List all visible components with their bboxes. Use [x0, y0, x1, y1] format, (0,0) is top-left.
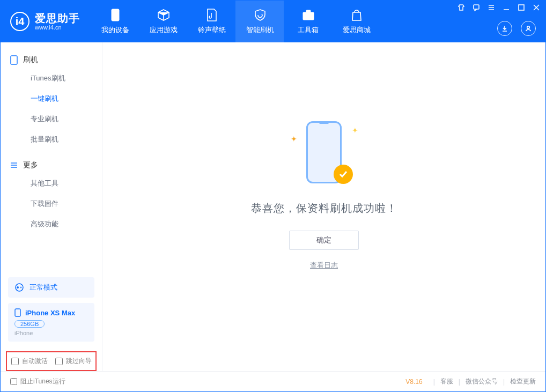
- ok-button[interactable]: 确定: [289, 231, 359, 250]
- svg-point-3: [527, 26, 530, 29]
- svg-rect-2: [306, 10, 311, 12]
- app-logo-icon: i4: [10, 12, 29, 31]
- sidebar-group-flash: 刷机: [1, 52, 102, 68]
- block-itunes-input[interactable]: [10, 378, 17, 385]
- nav-apps-games[interactable]: 应用游戏: [139, 1, 187, 42]
- cube-icon: [157, 8, 171, 22]
- nav-store[interactable]: 爱思商城: [332, 1, 380, 42]
- device-capacity-badge: 256GB: [14, 320, 45, 328]
- main-nav: 我的设备 应用游戏 铃声壁纸 智能刷机 工具箱 爱思商城: [91, 1, 380, 42]
- nav-label: 应用游戏: [150, 25, 178, 35]
- download-button[interactable]: [497, 21, 512, 36]
- sparkle-icon: ✦: [291, 135, 297, 143]
- main-panel: ✦ ✦ 恭喜您，保资料刷机成功啦！ 确定 查看日志: [102, 42, 545, 371]
- sidebar-group-label: 更多: [23, 160, 38, 170]
- sidebar-item-other-tools[interactable]: 其他工具: [1, 173, 102, 194]
- mode-label: 正常模式: [29, 283, 57, 292]
- skip-guide-checkbox[interactable]: 跳过向导: [55, 357, 92, 366]
- sidebar-group-more: 更多: [1, 157, 102, 173]
- nav-ring-wallpaper[interactable]: 铃声壁纸: [187, 1, 235, 42]
- topbar-right-actions: [497, 21, 536, 36]
- check-update-link[interactable]: 检查更新: [510, 377, 536, 386]
- mode-icon: [14, 283, 24, 292]
- svg-point-8: [17, 286, 19, 289]
- nav-smart-flash[interactable]: 智能刷机: [235, 1, 284, 42]
- app-url: www.i4.cn: [35, 24, 80, 31]
- app-name: 爱思助手: [35, 12, 80, 24]
- svg-point-9: [20, 287, 21, 288]
- sidebar-item-onekey-flash[interactable]: 一键刷机: [1, 88, 102, 109]
- device-mode-box[interactable]: 正常模式: [8, 277, 94, 298]
- nav-toolbox[interactable]: 工具箱: [284, 1, 332, 42]
- title-bar: i4 爱思助手 www.i4.cn 我的设备 应用游戏 铃声壁纸 智能刷机 工具…: [1, 1, 545, 42]
- sidebar-item-advanced[interactable]: 高级功能: [1, 214, 102, 234]
- success-message: 恭喜您，保资料刷机成功啦！: [251, 201, 397, 216]
- minimize-icon[interactable]: [501, 3, 511, 12]
- sidebar-group-label: 刷机: [23, 55, 38, 65]
- flash-options-row: 自动激活 跳过向导: [6, 351, 97, 371]
- checkbox-label: 自动激活: [22, 357, 48, 366]
- sidebar-item-itunes-flash[interactable]: iTunes刷机: [1, 68, 102, 88]
- bag-icon: [350, 8, 364, 22]
- svg-rect-4: [474, 5, 479, 9]
- nav-label: 爱思商城: [343, 25, 371, 35]
- sparkle-icon: ✦: [352, 126, 358, 135]
- support-link[interactable]: 客服: [440, 377, 453, 386]
- account-button[interactable]: [521, 21, 536, 36]
- phone-icon: [108, 8, 122, 22]
- view-log-link[interactable]: 查看日志: [310, 261, 338, 270]
- device-name: iPhone XS Max: [25, 309, 75, 317]
- auto-activate-checkbox[interactable]: 自动激活: [11, 357, 48, 366]
- nav-my-device[interactable]: 我的设备: [91, 1, 139, 42]
- sidebar: 刷机 iTunes刷机 一键刷机 专业刷机 批量刷机 更多 其他工具 下载固件 …: [1, 42, 102, 371]
- auto-activate-input[interactable]: [11, 358, 19, 365]
- footer-links: | 客服 | 微信公众号 | 检查更新: [433, 377, 536, 386]
- nav-label: 工具箱: [298, 25, 319, 35]
- close-icon[interactable]: [532, 3, 541, 12]
- nav-label: 我的设备: [101, 25, 129, 35]
- device-icon: [14, 308, 21, 317]
- svg-rect-1: [303, 12, 314, 20]
- device-type: iPhone: [14, 330, 88, 336]
- nav-label: 铃声壁纸: [198, 25, 226, 35]
- music-file-icon: [205, 8, 219, 22]
- version-label: V8.16: [405, 378, 422, 386]
- skin-icon[interactable]: [456, 3, 466, 12]
- success-illustration: ✦ ✦: [292, 117, 356, 187]
- status-bar: 阻止iTunes运行 V8.16 | 客服 | 微信公众号 | 检查更新: [1, 371, 545, 391]
- wechat-link[interactable]: 微信公众号: [466, 377, 498, 386]
- nav-label: 智能刷机: [246, 25, 274, 35]
- block-itunes-checkbox[interactable]: 阻止iTunes运行: [10, 377, 65, 386]
- sidebar-item-pro-flash[interactable]: 专业刷机: [1, 109, 102, 129]
- svg-rect-10: [15, 309, 20, 316]
- maximize-icon[interactable]: [517, 3, 526, 12]
- checkbox-label: 阻止iTunes运行: [20, 377, 65, 386]
- svg-rect-5: [519, 5, 524, 10]
- window-controls: [456, 3, 541, 12]
- skip-guide-input[interactable]: [55, 358, 63, 365]
- toolbox-icon: [301, 8, 315, 22]
- check-badge-icon: [334, 165, 353, 184]
- app-logo-block: i4 爱思助手 www.i4.cn: [1, 1, 91, 42]
- device-info-box[interactable]: iPhone XS Max 256GB iPhone: [8, 303, 94, 342]
- sidebar-item-batch-flash[interactable]: 批量刷机: [1, 129, 102, 150]
- menu-icon[interactable]: [486, 3, 496, 12]
- sidebar-item-download-firmware[interactable]: 下载固件: [1, 194, 102, 214]
- svg-rect-6: [11, 56, 17, 64]
- feedback-icon[interactable]: [471, 3, 481, 12]
- checkbox-label: 跳过向导: [66, 357, 92, 366]
- shield-refresh-icon: [253, 8, 267, 22]
- svg-rect-0: [112, 9, 119, 21]
